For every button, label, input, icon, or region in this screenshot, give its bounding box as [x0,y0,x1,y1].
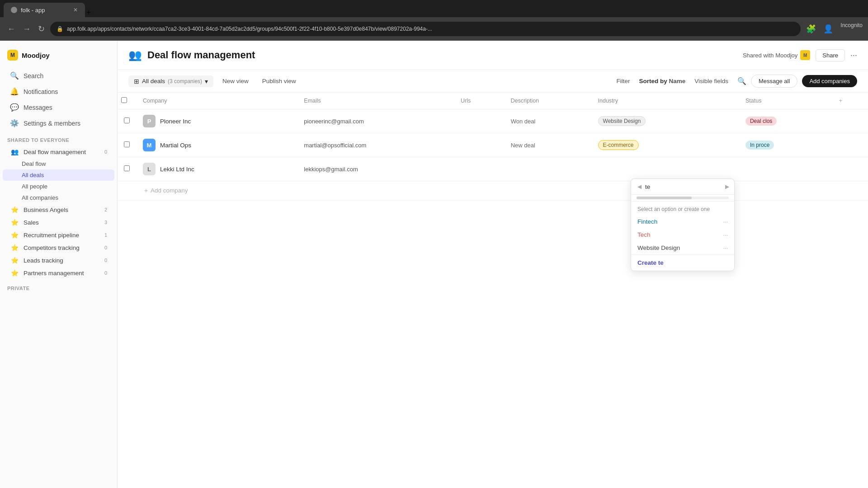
group-badge-partners: 0 [104,270,107,276]
dropdown-scrollbar-row [631,195,734,202]
col-status: Status [738,93,832,109]
view-label: All deals [142,78,165,84]
option-more-fintech[interactable]: ··· [723,218,728,225]
brand-initial: M [10,52,15,58]
group-badge-leads: 0 [104,258,107,263]
group-badge-sales: 3 [104,220,107,225]
brand-icon: M [7,50,18,61]
sidebar-group-business-angels[interactable]: ⭐ Business Angels 2 [3,203,114,216]
tab-title: folk - app [21,7,45,14]
new-tab-button[interactable]: ＋ [85,8,92,17]
sidebar-messages-label: Messages [24,104,52,111]
sidebar-sub-item-all-deals[interactable]: All deals [3,169,114,181]
add-companies-button[interactable]: Add companies [802,75,857,87]
sidebar-group-recruitment[interactable]: ⭐ Recruitment pipeline 1 [3,229,114,241]
tab-close-button[interactable]: ✕ [73,7,78,13]
sidebar-sub-item-deal-flow[interactable]: Deal flow [3,158,114,169]
filter-button[interactable]: Filter [612,75,634,87]
col-add[interactable]: + [832,93,868,109]
shared-avatar: M [800,50,810,60]
extra-lekki [832,157,868,181]
create-prefix: Create [637,259,656,266]
address-bar[interactable]: 🔒 app.folk.app/apps/contacts/network/cca… [50,22,801,36]
industry-martial: E-commerce [591,133,738,157]
row-checkbox-martial[interactable] [118,133,136,157]
sidebar-sub-item-all-companies[interactable]: All companies [3,192,114,203]
share-button[interactable]: Share [816,49,845,61]
option-more-tech[interactable]: ··· [723,231,728,238]
group-label-deal-flow-management: Deal flow management [24,149,86,155]
forward-button[interactable]: → [21,23,33,36]
add-company-row[interactable]: ＋ Add company [118,181,868,201]
search-icon-button[interactable]: 🔍 [737,77,746,85]
sidebar-group-partners[interactable]: ⭐ Partners management 0 [3,267,114,279]
sidebar-item-messages[interactable]: 💬 Messages [3,99,114,115]
sidebar-group-sales[interactable]: ⭐ Sales 3 [3,216,114,229]
add-company-label[interactable]: ＋ Add company [136,181,868,201]
scroll-right-arrow[interactable]: ▶ [724,183,730,191]
email-lekki: lekkiops@gmail.com [297,157,453,181]
extra-pioneer [832,109,868,133]
profile-button[interactable]: 👤 [821,22,835,36]
status-tag-pioneer: Deal clos [745,117,777,126]
company-cell-lekki: L Lekki Ltd Inc ··· [136,157,297,181]
reload-button[interactable]: ↻ [36,22,47,36]
more-button[interactable]: ··· [850,51,857,60]
row-checkbox-pioneer[interactable] [118,109,136,133]
industry-dropdown: ◀ ▶ Select an option or create one Finte… [631,178,735,271]
publish-view-button[interactable]: Publish view [258,75,301,87]
extra-martial [832,133,868,157]
browser-actions: 🧩 👤 Incognito [804,22,863,36]
dropdown-input-row: ◀ ▶ [631,179,734,195]
sidebar-item-notifications[interactable]: 🔔 Notifications [3,84,114,99]
page-header-icon: 👥 [128,49,142,61]
dropdown-scrollbar-thumb [637,197,692,199]
option-more-website-design[interactable]: ··· [723,244,728,251]
sidebar: M Moodjoy 🔍 Search 🔔 Notifications 💬 Mes… [0,41,118,488]
dropdown-create-option[interactable]: Create te [631,254,734,271]
browser-tab-bar: folk - app ✕ ＋ [0,0,868,17]
shared-badge: Shared with Moodjoy M [743,50,810,60]
status-lekki [738,157,832,181]
sidebar-group-competitors[interactable]: ⭐ Competitors tracking 0 [3,241,114,254]
option-label-fintech: Fintech [637,218,723,225]
dropdown-option-website-design[interactable]: Website Design ··· [631,241,734,254]
table-header-row: Company Emails Urls Description Industry… [118,93,868,109]
sidebar-sub-item-all-people[interactable]: All people [3,181,114,192]
company-name-pioneer: Ploneer Inc [160,118,191,125]
message-all-button[interactable]: Message all [751,75,797,88]
scroll-left-arrow[interactable]: ◀ [637,183,642,191]
url-lekki [453,157,504,181]
back-button[interactable]: ← [5,23,17,36]
sidebar-item-search[interactable]: 🔍 Search [3,68,114,84]
sidebar-settings-label: Settings & members [24,120,80,127]
dropdown-option-tech[interactable]: Tech ··· [631,228,734,241]
extensions-button[interactable]: 🧩 [804,22,818,36]
industry-tag-martial: E-commerce [598,140,639,150]
group-icon-partners: ⭐ [10,269,19,277]
browser-tab[interactable]: folk - app ✕ [4,3,85,17]
shared-section-label: Shared to everyone [0,131,117,145]
dropdown-search-input[interactable] [645,183,722,190]
new-view-button[interactable]: New view [218,75,253,87]
group-badge-competitors: 0 [104,245,107,250]
toolbar: ⊞ All deals (3 companies) ▾ New view Pub… [118,70,868,93]
select-all-checkbox[interactable] [121,97,127,103]
email-martial: martial@opsofficial.com [297,133,453,157]
desc-pioneer: Won deal [504,109,591,133]
sidebar-group-leads[interactable]: ⭐ Leads tracking 0 [3,254,114,267]
row-action-more-lekki[interactable]: ··· [199,165,208,174]
sidebar-group-deal-flow-management[interactable]: 👥 Deal flow management 0 [3,145,114,158]
group-icon-deal-flow-management: 👥 [10,148,19,155]
row-checkbox-lekki[interactable] [118,157,136,181]
sidebar-search-label: Search [24,72,43,80]
industry-lekki[interactable] [591,157,738,181]
sidebar-item-settings[interactable]: ⚙️ Settings & members [3,115,114,131]
url-pioneer [453,109,504,133]
view-count: (3 companies) [168,78,202,84]
dropdown-option-fintech[interactable]: Fintech ··· [631,215,734,228]
view-selector[interactable]: ⊞ All deals (3 companies) ▾ [128,75,213,87]
table-row: M Martial Ops martial@opsofficial.com Ne… [118,133,868,157]
visible-fields-button[interactable]: Visible fields [690,75,733,87]
sidebar-notifications-label: Notifications [24,88,58,95]
